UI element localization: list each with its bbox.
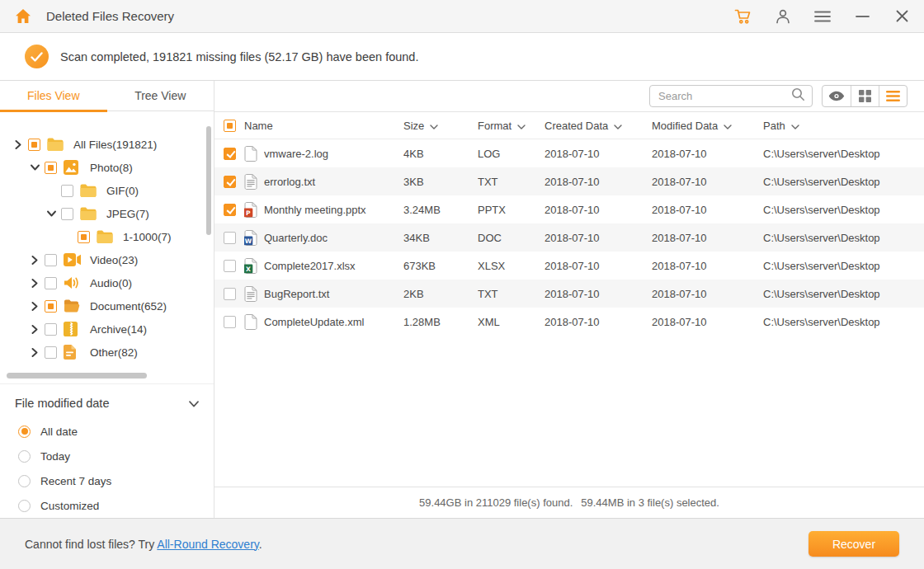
tree-item[interactable]: Archive(14) [0, 317, 214, 341]
sort-chevron-icon[interactable] [614, 120, 622, 132]
all-round-recovery-link[interactable]: All-Round Recovery [157, 538, 258, 551]
list-view-button[interactable] [879, 86, 907, 106]
radio-option-label: All date [40, 426, 78, 438]
tree-item-checkbox[interactable] [61, 185, 73, 197]
search-icon[interactable] [791, 87, 805, 105]
file-path-cell: C:\Users\server\Desktop [763, 288, 924, 300]
tree-item-checkbox[interactable] [61, 208, 73, 220]
scan-status-text: Scan completed, 191821 missing files (52… [60, 50, 418, 63]
table-row[interactable]: CompleteUpdate.xml1.28MBXML2018-07-10201… [214, 308, 924, 336]
table-row[interactable]: vmware-2.log4KBLOG2018-07-102018-07-10C:… [214, 139, 924, 167]
radio-option[interactable]: Customized [15, 493, 199, 518]
table-row[interactable]: PMonthly meeting.pptx3.24MBPPTX2018-07-1… [214, 195, 924, 223]
file-format-cell: XML [478, 316, 544, 328]
recover-button[interactable]: Recover [808, 531, 899, 557]
tree-item-checkbox[interactable] [78, 231, 90, 243]
tree-item-checkbox[interactable] [45, 254, 57, 266]
folder-icon [97, 230, 115, 243]
sort-chevron-icon[interactable] [430, 120, 438, 132]
file-size-cell: 34KB [403, 232, 478, 244]
chevron-right-icon[interactable] [30, 302, 40, 311]
chevron-down-icon[interactable] [30, 164, 40, 171]
tree-item-label: 1-1000(7) [123, 231, 172, 243]
table-row[interactable]: BugReport.txt2KBTXT2018-07-102018-07-10C… [214, 280, 924, 308]
radio-selected-icon[interactable] [18, 426, 31, 438]
row-checkbox[interactable] [224, 288, 236, 300]
file-path-cell: C:\Users\server\Desktop [763, 260, 924, 272]
tab-files-view[interactable]: Files View [0, 81, 107, 111]
file-path-cell: C:\Users\server\Desktop [763, 176, 924, 188]
column-header-format[interactable]: Format [478, 120, 544, 132]
sort-chevron-icon[interactable] [791, 120, 799, 132]
tree-item[interactable]: 1-1000(7) [0, 225, 214, 248]
chevron-right-icon[interactable] [30, 279, 40, 288]
table-row[interactable]: errorlog.txt3KBTXT2018-07-102018-07-10C:… [214, 167, 924, 195]
file-created-cell: 2018-07-10 [544, 288, 652, 300]
table-row[interactable]: XComplete2017.xlsx673KBXLSX2018-07-10201… [214, 252, 924, 280]
other-icon [64, 345, 82, 360]
grid-view-button[interactable] [851, 86, 879, 106]
tree-item[interactable]: JPEG(7) [0, 202, 214, 225]
column-header-size[interactable]: Size [403, 120, 478, 132]
footer-suffix: . [259, 538, 262, 551]
tree-item[interactable]: Video(23) [0, 248, 214, 271]
tree-item[interactable]: Other(82) [0, 341, 214, 364]
file-created-cell: 2018-07-10 [544, 260, 652, 272]
radio-option[interactable]: Today [15, 444, 199, 468]
chevron-right-icon[interactable] [13, 140, 23, 149]
column-header-label: Modified Data [652, 120, 718, 132]
home-icon[interactable] [13, 7, 33, 26]
tree-item-checkbox[interactable] [45, 277, 57, 289]
tree-item-checkbox[interactable] [45, 323, 57, 336]
tree-item-checkbox[interactable] [28, 139, 40, 151]
column-header-created-data[interactable]: Created Data [544, 120, 652, 132]
column-header-modified-data[interactable]: Modified Data [652, 120, 763, 132]
cart-icon[interactable] [733, 6, 754, 27]
row-checkbox[interactable] [224, 204, 236, 216]
radio-icon[interactable] [18, 475, 31, 487]
chevron-right-icon[interactable] [30, 348, 40, 357]
tab-tree-view[interactable]: Tree View [107, 81, 214, 111]
chevron-down-icon[interactable] [46, 210, 56, 217]
search-input[interactable] [658, 90, 791, 102]
radio-option[interactable]: Recent 7 days [15, 468, 199, 493]
file-name-cell: Monthly meeting.pptx [264, 204, 403, 216]
tree-item-checkbox[interactable] [45, 162, 57, 174]
menu-icon[interactable] [812, 6, 833, 27]
table-row[interactable]: WQuarterly.doc34KBDOC2018-07-102018-07-1… [214, 223, 924, 252]
minimize-icon[interactable] [851, 6, 873, 27]
tree-item[interactable]: Document(652) [0, 294, 214, 317]
tree-item-checkbox[interactable] [45, 300, 57, 313]
chevron-down-icon[interactable] [189, 396, 199, 411]
row-checkbox[interactable] [224, 316, 236, 328]
tree-vertical-scrollbar[interactable] [206, 126, 211, 235]
tree-horizontal-scrollbar[interactable] [7, 373, 147, 379]
sort-chevron-icon[interactable] [517, 120, 526, 132]
chevron-right-icon[interactable] [30, 256, 40, 265]
select-all-checkbox[interactable] [224, 120, 236, 132]
column-header-name[interactable]: Name [244, 120, 403, 132]
footer-prompt: Cannot find lost files? Try [25, 538, 157, 551]
doc-file-icon: W [244, 230, 264, 246]
sort-chevron-icon[interactable] [724, 120, 732, 132]
row-checkbox[interactable] [224, 148, 236, 160]
preview-eye-button[interactable] [823, 86, 851, 106]
row-checkbox[interactable] [224, 260, 236, 272]
tree-item[interactable]: GIF(0) [0, 179, 214, 202]
row-checkbox[interactable] [224, 232, 236, 244]
titlebar-actions [733, 6, 912, 27]
file-name-cell: BugReport.txt [264, 288, 403, 300]
radio-icon[interactable] [18, 500, 31, 512]
column-header-path[interactable]: Path [763, 120, 924, 132]
tree-item-checkbox[interactable] [45, 346, 57, 359]
radio-option[interactable]: All date [15, 419, 199, 444]
chevron-right-icon[interactable] [30, 325, 40, 334]
file-size-cell: 673KB [403, 260, 478, 272]
row-checkbox[interactable] [224, 176, 236, 188]
tree-item[interactable]: Audio(0) [0, 271, 214, 294]
user-account-icon[interactable] [772, 6, 794, 27]
radio-icon[interactable] [18, 450, 31, 463]
tree-item[interactable]: Photo(8) [0, 156, 214, 179]
tree-item[interactable]: All Files(191821) [0, 133, 214, 156]
close-icon[interactable] [891, 6, 912, 27]
